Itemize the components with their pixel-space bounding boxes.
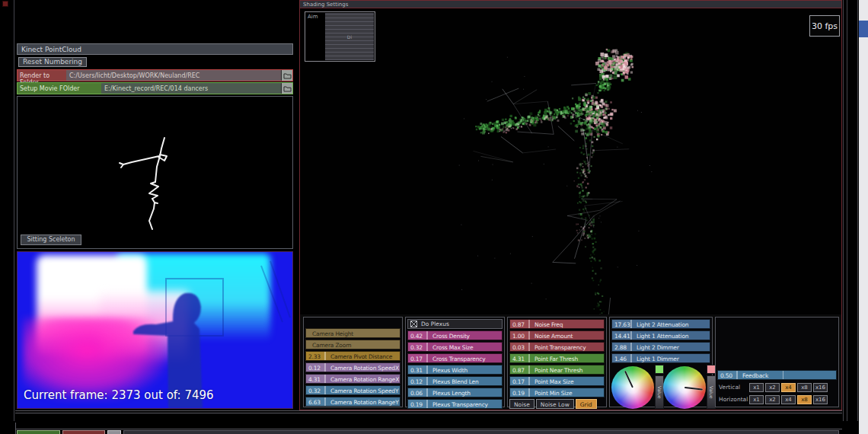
- aim-label: Aim: [308, 14, 318, 20]
- param-label: Light 1 Dimmer: [632, 354, 710, 362]
- param-slider-row[interactable]: 0.87Noise Freq: [509, 319, 605, 329]
- param-slider-row[interactable]: 2.88Light 2 Dimmer: [611, 342, 710, 352]
- bottom-button-green[interactable]: [17, 430, 60, 434]
- param-label: Point Far Thresh: [530, 354, 604, 362]
- param-slider-row[interactable]: 4.31Point Far Thresh: [509, 353, 605, 363]
- horizontal-multiplier-row: Horizontal x1x2x4x8x16: [717, 394, 837, 404]
- param-label: Camera Rotation RangeY: [326, 397, 400, 406]
- param-slider-row[interactable]: 0.31Plexus Width: [407, 365, 503, 375]
- param-value: 0.32: [408, 343, 428, 351]
- multiplier-button-x8[interactable]: x8: [797, 383, 812, 392]
- light-value-slider-1[interactable]: Value: [655, 375, 664, 409]
- setup-movie-folder-toggle[interactable]: Setup Movie FOlder: [18, 83, 101, 94]
- param-slider-row[interactable]: Camera Height: [305, 328, 400, 338]
- param-label: Camera Zoom: [306, 340, 400, 349]
- render-folder-path-field[interactable]: C:/Users/licht/Desktop/WORK/Neuland/REC: [66, 70, 281, 81]
- bottom-button-red[interactable]: [62, 430, 105, 434]
- param-slider-row[interactable]: 1.46Light 1 Dimmer: [611, 353, 710, 363]
- param-value: 0.12: [306, 363, 326, 372]
- param-slider-row[interactable]: 0.42Cross Density: [407, 330, 503, 340]
- kinect-pointcloud-header: Kinect PointCloud: [17, 43, 293, 55]
- param-slider-row[interactable]: Camera Zoom: [305, 340, 400, 349]
- multiplier-button-x2[interactable]: x2: [765, 395, 780, 404]
- multiplier-button-x8[interactable]: x8: [797, 395, 812, 404]
- param-slider-row[interactable]: 0.17Point Max Size: [509, 376, 605, 386]
- param-label: Point Min Size: [530, 388, 604, 397]
- param-value: 0.87: [510, 365, 530, 374]
- multiplier-button-x16[interactable]: x16: [813, 395, 828, 404]
- aim-grid-caption: Di: [347, 34, 352, 40]
- param-slider-row[interactable]: 0.12Camera Rotation SpeedX: [305, 362, 400, 372]
- light-color-wheel-2[interactable]: [663, 366, 706, 409]
- param-slider-row[interactable]: 0.32Cross Max Size: [407, 342, 503, 352]
- mode-button-noise-low[interactable]: Noise Low: [536, 399, 574, 409]
- param-label: Cross Density: [428, 331, 502, 340]
- window-decor-square: [2, 1, 8, 7]
- param-slider-row[interactable]: 0.19Point Min Size: [509, 388, 605, 397]
- bottom-button-gray[interactable]: [107, 430, 121, 434]
- feedback-slider-handle[interactable]: [783, 371, 783, 379]
- mode-button-grid[interactable]: Grid: [576, 399, 597, 409]
- multiplier-button-x16[interactable]: x16: [813, 383, 828, 392]
- bottom-border-line-2: [15, 413, 842, 413]
- param-slider-row[interactable]: 0.87Point Near Thresh: [509, 365, 605, 375]
- mode-button-noise[interactable]: Noise: [509, 399, 535, 409]
- light-color-wheel-1[interactable]: [611, 366, 654, 409]
- param-slider-row[interactable]: 0.17Cross Transparency: [407, 353, 503, 363]
- feedback-spacer: [717, 319, 837, 370]
- multiplier-button-x1[interactable]: x1: [749, 395, 764, 404]
- param-slider-row[interactable]: 2.33Camera Pivot Distance: [305, 351, 400, 361]
- param-slider-row[interactable]: 1.00Noise Amount: [509, 330, 605, 340]
- multiplier-button-x4[interactable]: x4: [781, 383, 796, 392]
- desktop-strip: [859, 0, 868, 434]
- render-folder-browse-button[interactable]: [281, 70, 292, 81]
- skeleton-preview-panel: Sitting Sceleton: [17, 96, 293, 249]
- multiplier-button-x1[interactable]: x1: [749, 383, 764, 392]
- param-label: Noise Amount: [530, 331, 604, 340]
- param-slider-row[interactable]: 4.31Camera Rotation RangeX: [305, 374, 400, 384]
- do-plexus-label: Do Plexus: [421, 321, 449, 327]
- param-slider-row[interactable]: 0.06Plexus Length: [407, 388, 503, 397]
- param-label: Cross Max Size: [428, 343, 502, 351]
- desktop-accent-block: [859, 21, 868, 37]
- vertical-label: Vertical: [717, 384, 749, 391]
- param-value: 0.03: [510, 343, 530, 351]
- light-color-swatch-1: [655, 365, 664, 374]
- param-value: 0.50: [718, 371, 738, 379]
- param-slider-row[interactable]: 14.41Light 1 Attenuation: [611, 330, 710, 340]
- depth-person-silhouette: [18, 252, 292, 408]
- param-slider-row[interactable]: 17.63Light 2 Attenuation: [611, 319, 710, 329]
- param-slider-row[interactable]: 0.03Point Transparency: [509, 342, 605, 352]
- param-slider-row[interactable]: 0.19Plexus Transparency: [407, 399, 503, 409]
- parameter-settings-strip: Camera HeightCamera Zoom2.33Camera Pivot…: [300, 314, 841, 410]
- multiplier-button-x4[interactable]: x4: [781, 395, 796, 404]
- color-wheel-needle: [685, 387, 703, 390]
- movie-folder-browse-button[interactable]: [281, 83, 292, 94]
- param-label: Plexus Blend Len: [428, 377, 502, 385]
- param-value: 17.63: [612, 320, 632, 328]
- checkbox-checked-icon[interactable]: [410, 321, 417, 327]
- param-value: 2.88: [612, 343, 632, 351]
- left-panel: Kinect PointCloud Reset Numbering Render…: [17, 0, 293, 421]
- sitting-skeleton-button[interactable]: Sitting Sceleton: [21, 235, 81, 245]
- horizontal-label: Horizontal: [717, 396, 749, 403]
- param-label: Noise Freq: [530, 320, 604, 328]
- param-slider-row[interactable]: 6.63Camera Rotation RangeY: [305, 397, 400, 407]
- current-frame-status: Current frame: 2373 out of: 7496: [24, 388, 214, 402]
- feedback-slider-row[interactable]: 0.50Feedback: [717, 370, 837, 380]
- param-label: Point Transparency: [530, 343, 604, 351]
- param-slider-row[interactable]: 0.12Plexus Blend Len: [407, 376, 503, 386]
- param-slider-row[interactable]: 0.32Camera Rotation SpeedY: [305, 385, 400, 395]
- color-wheel-needle: [624, 371, 633, 388]
- reset-numbering-button[interactable]: Reset Numbering: [18, 57, 87, 67]
- render-to-folder-toggle[interactable]: Render to Folder: [18, 70, 66, 81]
- movie-folder-path-field[interactable]: E:/Kinect_record/REC/014 dancers: [101, 83, 281, 94]
- do-plexus-checkbox-row[interactable]: Do Plexus: [407, 319, 503, 329]
- param-label: Camera Pivot Distance: [326, 352, 400, 360]
- param-value: 0.17: [408, 354, 428, 362]
- aim-panel[interactable]: Aim Di: [305, 11, 375, 62]
- pointcloud-viewport[interactable]: Aim Di 30 fps: [300, 8, 841, 314]
- camera-parameter-group: Camera HeightCamera Zoom2.33Camera Pivot…: [303, 317, 403, 407]
- multiplier-button-x2[interactable]: x2: [765, 383, 780, 392]
- param-value: 0.32: [306, 386, 326, 394]
